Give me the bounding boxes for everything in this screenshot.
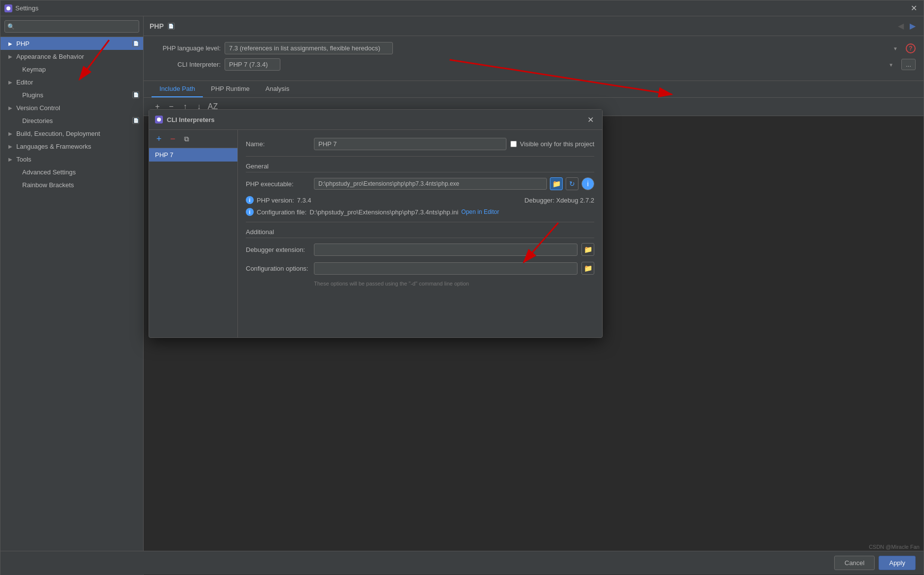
dialog-debugger-browse-button[interactable]: 📁 bbox=[581, 243, 594, 256]
cli-interpreter-select[interactable]: PHP 7 (7.3.4) bbox=[225, 58, 280, 71]
svg-point-0 bbox=[6, 6, 10, 10]
svg-point-1 bbox=[157, 118, 161, 122]
dialog-php-exec-row: PHP executable: 📁 ↻ i bbox=[246, 177, 594, 190]
dialog-icon bbox=[155, 116, 163, 123]
chevron-right-icon: ▶ bbox=[8, 41, 14, 46]
dialog-php-version-value: 7.3.4 bbox=[297, 197, 311, 204]
dialog-php-version-label: PHP version: bbox=[257, 197, 294, 204]
sidebar-item-badge: 📄 bbox=[132, 91, 139, 98]
dialog-config-browse-button[interactable]: 📁 bbox=[581, 262, 594, 275]
dialog-close-button[interactable]: ✕ bbox=[584, 114, 596, 125]
dialog-debugger-ext-row: Debugger extension: 📁 bbox=[246, 243, 594, 256]
dialog-debugger-info: Debugger: Xdebug 2.7.2 bbox=[525, 197, 594, 204]
sidebar-item-label: Keymap bbox=[22, 66, 139, 73]
dialog-body: + − ⧉ PHP 7 Name: Visible only for this … bbox=[149, 130, 602, 337]
chevron-right-icon: ▶ bbox=[8, 131, 14, 136]
dialog-copy-button[interactable]: ⧉ bbox=[181, 133, 192, 145]
dialog-remove-button[interactable]: − bbox=[167, 133, 179, 145]
cli-interpreter-row: CLI Interpreter: PHP 7 (7.3.4) ... bbox=[152, 58, 916, 71]
sidebar-item-build[interactable]: ▶ Build, Execution, Deployment bbox=[0, 127, 143, 140]
nav-arrows: ◀ ▶ bbox=[896, 20, 918, 32]
sidebar-item-label: Tools bbox=[16, 156, 139, 163]
dialog-title: CLI Interpreters bbox=[167, 116, 215, 123]
sidebar-item-directories[interactable]: Directories 📄 bbox=[0, 114, 143, 127]
dialog-left-toolbar: + − ⧉ bbox=[149, 130, 237, 148]
sidebar-item-label: PHP bbox=[16, 40, 130, 47]
sidebar-item-languages[interactable]: ▶ Languages & Frameworks bbox=[0, 140, 143, 153]
info-icon-2: i bbox=[246, 208, 254, 216]
panel-title-badge: 📄 bbox=[168, 23, 175, 30]
sidebar-item-appearance[interactable]: ▶ Appearance & Behavior bbox=[0, 50, 143, 63]
form-area: PHP language level: 7.3 (references in l… bbox=[144, 36, 924, 81]
dialog-visible-only-checkbox[interactable] bbox=[510, 141, 517, 147]
dialog-separator bbox=[246, 156, 594, 157]
sidebar-item-label: Editor bbox=[16, 79, 139, 86]
close-button[interactable]: ✕ bbox=[908, 2, 920, 14]
sidebar-item-label: Appearance & Behavior bbox=[16, 53, 139, 60]
info-icon: i bbox=[246, 196, 254, 204]
dialog-debugger-ext-input[interactable] bbox=[314, 244, 578, 256]
title-bar: Settings ✕ bbox=[0, 0, 924, 16]
sidebar-item-badge: 📄 bbox=[132, 117, 139, 124]
dialog-php-exec-input[interactable] bbox=[314, 178, 547, 190]
dialog-php-version-row: i PHP version: 7.3.4 Debugger: Xdebug 2.… bbox=[246, 196, 594, 204]
sidebar-item-label: Rainbow Brackets bbox=[22, 181, 139, 189]
open-in-editor-link[interactable]: Open in Editor bbox=[462, 208, 500, 215]
search-input[interactable] bbox=[4, 20, 139, 33]
sidebar-item-tools[interactable]: ▶ Tools bbox=[0, 153, 143, 165]
dialog-visible-only-label: Visible only for this project bbox=[510, 140, 594, 148]
search-container: 🔍 bbox=[0, 16, 143, 37]
sidebar-item-plugins[interactable]: Plugins 📄 bbox=[0, 88, 143, 101]
sidebar-item-badge: 📄 bbox=[132, 40, 139, 47]
dialog-name-input[interactable] bbox=[314, 138, 506, 150]
sidebar-item-label: Plugins bbox=[22, 91, 130, 99]
php-language-select[interactable]: 7.3 (references in list assignments, fle… bbox=[225, 42, 393, 54]
cancel-button[interactable]: Cancel bbox=[834, 556, 875, 570]
sidebar-item-label: Build, Execution, Deployment bbox=[16, 130, 139, 137]
window-title: Settings bbox=[15, 4, 38, 12]
dialog-right-panel: Name: Visible only for this project Gene… bbox=[238, 130, 602, 337]
sidebar-item-version-control[interactable]: ▶ Version Control bbox=[0, 101, 143, 114]
dialog-interpreter-list: PHP 7 bbox=[149, 148, 237, 337]
dialog-config-options-input[interactable] bbox=[314, 262, 578, 275]
sidebar-item-keymap[interactable]: Keymap bbox=[0, 63, 143, 76]
tab-include-path[interactable]: Include Path bbox=[152, 81, 203, 97]
sidebar-item-label: Version Control bbox=[16, 104, 139, 112]
chevron-right-icon: ▶ bbox=[8, 54, 14, 59]
dialog-refresh-button[interactable]: ↻ bbox=[566, 177, 578, 190]
sidebar-item-editor[interactable]: ▶ Editor bbox=[0, 76, 143, 88]
dialog-visible-only-text: Visible only for this project bbox=[520, 140, 594, 148]
cli-interpreter-select-wrapper: PHP 7 (7.3.4) bbox=[225, 58, 897, 71]
dialog-config-options-label: Configuration options: bbox=[246, 265, 310, 272]
dialog-additional-header: Additional bbox=[246, 228, 594, 238]
php-exec-input-row: 📁 ↻ i bbox=[314, 177, 594, 190]
dialog-info-button[interactable]: i bbox=[581, 177, 594, 190]
cli-interpreters-dialog: CLI Interpreters ✕ + − ⧉ PHP 7 Name: bbox=[149, 109, 603, 338]
panel-title: PHP bbox=[150, 22, 164, 30]
nav-forward-arrow[interactable]: ▶ bbox=[908, 20, 918, 32]
sidebar-item-php[interactable]: ▶ PHP 📄 bbox=[0, 37, 143, 50]
search-icon: 🔍 bbox=[7, 23, 15, 30]
search-wrapper: 🔍 bbox=[4, 20, 139, 33]
sidebar-item-advanced[interactable]: Advanced Settings bbox=[0, 165, 143, 178]
cli-interpreter-more-button[interactable]: ... bbox=[901, 59, 916, 70]
dialog-add-button[interactable]: + bbox=[153, 133, 165, 145]
chevron-right-icon: ▶ bbox=[8, 105, 14, 111]
tab-analysis[interactable]: Analysis bbox=[258, 81, 297, 97]
dialog-name-label: Name: bbox=[246, 140, 310, 148]
nav-back-arrow[interactable]: ◀ bbox=[896, 20, 906, 32]
sidebar: 🔍 ▶ PHP 📄 ▶ Appearance & Behavior Keymap bbox=[0, 16, 144, 575]
sidebar-item-label: Advanced Settings bbox=[22, 168, 139, 176]
app-icon bbox=[4, 4, 12, 12]
dialog-list-item[interactable]: PHP 7 bbox=[149, 148, 237, 162]
tab-php-runtime[interactable]: PHP Runtime bbox=[203, 81, 258, 97]
sidebar-item-rainbow[interactable]: Rainbow Brackets bbox=[0, 178, 143, 191]
php-language-label: PHP language level: bbox=[152, 44, 221, 52]
dialog-debugger-ext-label: Debugger extension: bbox=[246, 246, 310, 253]
dialog-browse-button[interactable]: 📁 bbox=[550, 177, 563, 190]
dialog-general-header: General bbox=[246, 163, 594, 172]
php-help-button[interactable]: ? bbox=[906, 43, 916, 53]
dialog-config-file-label: Configuration file: bbox=[257, 208, 307, 216]
apply-button[interactable]: Apply bbox=[879, 556, 916, 570]
sidebar-item-label: Languages & Frameworks bbox=[16, 143, 139, 150]
